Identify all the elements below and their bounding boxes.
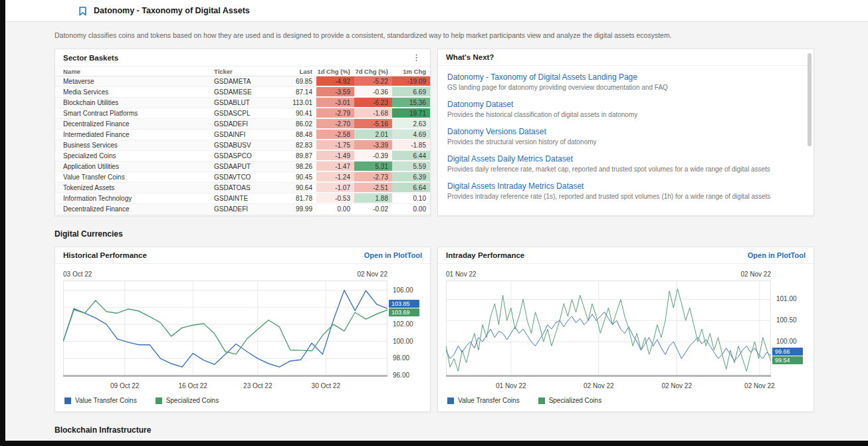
- table-row[interactable]: Decentralized FinanceGSDADEFI86.02-2.70-…: [55, 119, 430, 130]
- table-row[interactable]: MetaverseGSDAMETA69.85-4.92-5.22-19.09: [55, 76, 430, 87]
- chart-legend: Value Transfer CoinsSpecialized Coins: [64, 397, 422, 404]
- cell-chg_7d: -0.39: [354, 151, 392, 161]
- col-header-ticker[interactable]: Ticker: [214, 66, 275, 76]
- cell-last: 82.83: [275, 140, 316, 150]
- legend-label: Specialized Coins: [549, 397, 602, 404]
- legend-swatch: [447, 397, 454, 404]
- scrollbar-thumb[interactable]: [808, 53, 812, 146]
- cell-ticker: GSDAMESE: [214, 87, 275, 97]
- cell-chg_1d: -1.47: [316, 162, 354, 171]
- whats-next-description: Provides intraday reference rate (1s), r…: [447, 193, 804, 200]
- cell-ticker: GSDADEFI: [214, 204, 275, 214]
- y-axis-tick: 106.00: [393, 286, 413, 294]
- table-row[interactable]: Specialized CoinsGSDASPCO89.87-1.49-0.39…: [55, 151, 430, 162]
- open-in-plottool-link[interactable]: Open in PlotTool: [748, 251, 806, 259]
- letterbox-left: [0, 0, 5, 446]
- col-header-7d[interactable]: 7d Chg (%): [354, 66, 392, 76]
- line-chart-plot: [63, 280, 387, 380]
- historical-performance-card: Historical Performance Open in PlotTool …: [54, 247, 431, 412]
- y-axis: 106.00102.00100.0098.0096.00103.85103.69: [387, 280, 422, 391]
- cell-chg_7d: 5.31: [354, 162, 392, 171]
- cell-last: 90.45: [275, 172, 316, 182]
- table-row[interactable]: Tokenized AssetsGSDATOAS90.64-1.07-2.516…: [55, 183, 430, 193]
- page-title: Datonomy - Taxonomy of Digital Assets: [94, 6, 250, 15]
- whats-next-title: What's Next?: [446, 53, 494, 61]
- cell-ticker: GSDATOAS: [214, 183, 275, 193]
- table-row[interactable]: Business ServicesGSDABUSV82.83-1.75-3.39…: [55, 140, 430, 151]
- x-axis-tick: 23 Oct 22: [243, 382, 272, 390]
- legend-item[interactable]: Value Transfer Coins: [64, 397, 137, 404]
- table-row[interactable]: Decentralized FinanceGSDADEFI99.990.00-0…: [55, 204, 430, 215]
- bookmark-icon[interactable]: [78, 6, 88, 16]
- cell-last: 99.99: [275, 204, 316, 214]
- cell-name: Value Transfer Coins: [55, 172, 214, 182]
- cell-chg_1m: 15.36: [392, 98, 430, 108]
- whats-next-description: Provides the historical classification o…: [447, 111, 804, 118]
- table-row[interactable]: Application UtilitiesGSDAAPUT98.26-1.475…: [55, 162, 430, 172]
- whats-next-description: GS landing page for datonomy providing o…: [447, 84, 804, 91]
- col-header-1d[interactable]: 1d Chg (%): [316, 66, 354, 76]
- cell-chg_1d: -2.58: [316, 130, 354, 140]
- cell-chg_1m: 19.71: [392, 108, 430, 118]
- cell-name: Application Utilities: [55, 162, 214, 171]
- cell-name: Media Services: [55, 87, 214, 97]
- whats-next-description: Provides daily reference rate, market ca…: [447, 166, 804, 173]
- chart-legend: Value Transfer CoinsSpecialized Coins: [447, 397, 806, 404]
- whats-next-item: Datonomy Versions DatasetProvides the st…: [447, 127, 804, 146]
- open-in-plottool-link[interactable]: Open in PlotTool: [364, 251, 422, 259]
- cell-chg_1m: 6.44: [392, 151, 430, 161]
- y-axis-tick: 100.00: [776, 338, 797, 345]
- legend-label: Value Transfer Coins: [75, 397, 137, 404]
- y-axis-tick: 101.00: [776, 295, 797, 302]
- col-header-name[interactable]: Name: [55, 66, 214, 76]
- cell-chg_1d: -2.70: [316, 119, 354, 129]
- chart-title: Historical Performance: [63, 251, 147, 259]
- cell-chg_1m: 6.64: [392, 183, 430, 193]
- cell-chg_1d: -3.59: [316, 87, 354, 97]
- chart-title: Intraday Performance: [446, 251, 524, 259]
- y-axis-tick: 100.50: [776, 316, 797, 324]
- whats-next-link[interactable]: Digital Assets Daily Metrics Dataset: [447, 154, 804, 164]
- table-row[interactable]: Intermediated FinanceGSDAINFI88.48-2.582…: [55, 130, 430, 140]
- whats-next-link[interactable]: Datonomy Dataset: [447, 100, 804, 109]
- cell-chg_7d: 2.01: [354, 130, 392, 140]
- letterbox-bottom: [0, 441, 868, 446]
- whats-next-card: What's Next? Datonomy - Taxonomy of Digi…: [437, 49, 814, 216]
- section-digital-currencies: Digital Currencies: [54, 229, 825, 239]
- table-row[interactable]: Blockchain UtilitiesGSDABLUT113.01-3.01-…: [55, 98, 430, 108]
- col-header-1m[interactable]: 1m Chg (%): [392, 66, 430, 76]
- cell-last: 88.48: [275, 130, 316, 140]
- y-axis-tick: 98.00: [393, 354, 409, 362]
- table-row[interactable]: Information TechnologyGSDAINTE81.78-0.53…: [55, 193, 430, 204]
- cell-name: Decentralized Finance: [55, 204, 214, 214]
- legend-item[interactable]: Specialized Coins: [538, 397, 602, 404]
- cell-name: Blockchain Utilities: [55, 98, 214, 108]
- cell-last: 90.41: [275, 108, 316, 118]
- cell-chg_1m: -1.85: [392, 140, 430, 150]
- whats-next-link[interactable]: Digital Assets Intraday Metrics Dataset: [447, 181, 804, 191]
- line-chart-plot: [446, 280, 771, 380]
- cell-name: Information Technology: [55, 193, 214, 203]
- y-axis: 101.00100.50100.0099.6699.54: [771, 280, 806, 391]
- x-axis-tick: 30 Oct 22: [312, 382, 340, 390]
- legend-swatch: [538, 397, 545, 404]
- page-description: Datonomy classifies coins and tokens bas…: [54, 31, 825, 39]
- table-row[interactable]: Media ServicesGSDAMESE87.14-3.59-0.366.6…: [55, 87, 430, 98]
- kebab-menu-icon[interactable]: ⋮: [411, 53, 422, 62]
- page-header: Datonomy - Taxonomy of Digital Assets: [0, 0, 868, 22]
- x-axis-tick: 01 Nov 22: [496, 382, 526, 390]
- table-row[interactable]: Smart Contract PlatformsGSDASCPL90.41-2.…: [55, 108, 430, 119]
- table-row[interactable]: Value Transfer CoinsGSDAVTCO90.45-1.24-2…: [55, 172, 430, 183]
- legend-item[interactable]: Specialized Coins: [156, 397, 219, 404]
- legend-item[interactable]: Value Transfer Coins: [447, 397, 520, 404]
- whats-next-item: Digital Assets Intraday Metrics DatasetP…: [447, 181, 804, 200]
- whats-next-link[interactable]: Datonomy - Taxonomy of Digital Assets La…: [447, 72, 804, 82]
- cell-chg_1d: -3.01: [316, 98, 354, 108]
- cell-chg_1m: 4.69: [392, 130, 430, 140]
- cell-chg_1d: -4.92: [316, 76, 354, 86]
- whats-next-link[interactable]: Datonomy Versions Dataset: [447, 127, 804, 136]
- col-header-last[interactable]: Last: [275, 66, 316, 76]
- cell-name: Decentralized Finance: [55, 119, 214, 129]
- cell-chg_1d: -1.24: [316, 172, 354, 182]
- cell-chg_1m: 0.10: [392, 193, 430, 203]
